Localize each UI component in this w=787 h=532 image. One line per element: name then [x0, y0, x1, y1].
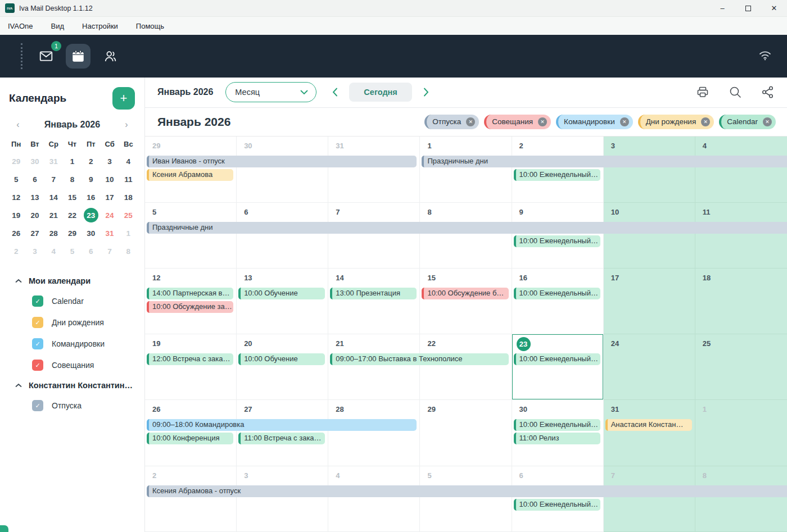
day-cell[interactable]: 6	[237, 203, 328, 269]
mini-day[interactable]: 24	[100, 206, 119, 224]
mini-day[interactable]: 4	[44, 242, 63, 260]
mini-day[interactable]: 12	[7, 188, 25, 206]
search-button[interactable]	[729, 85, 742, 99]
mini-day[interactable]: 21	[44, 206, 63, 224]
event-chip[interactable]: 12:00 Встреча с зака…	[147, 353, 233, 365]
mini-day[interactable]: 28	[44, 224, 63, 242]
mini-day[interactable]: 22	[63, 206, 82, 224]
close-button[interactable]: ✕	[761, 0, 787, 16]
calendar-checkbox[interactable]: ✓	[32, 360, 43, 371]
mini-day[interactable]: 17	[100, 188, 119, 206]
event-chip[interactable]: 10:00 Конференция	[147, 433, 233, 444]
chip-close-icon[interactable]: ✕	[620, 117, 629, 126]
day-cell[interactable]: 29	[420, 400, 512, 466]
mini-day[interactable]: 2	[82, 152, 100, 170]
mini-day[interactable]: 10	[100, 170, 119, 188]
day-cell[interactable]: 21	[328, 334, 420, 400]
menu-help[interactable]: Помощь	[136, 19, 173, 34]
day-cell[interactable]: 23	[512, 334, 604, 400]
mini-day[interactable]: 3	[100, 152, 119, 170]
event-chip[interactable]: 09:00–18:00 Командировка	[147, 419, 417, 431]
mini-day[interactable]: 27	[25, 224, 44, 242]
day-cell[interactable]: 4	[695, 137, 787, 202]
calendar-checkbox[interactable]: ✓	[32, 295, 43, 307]
mini-day[interactable]: 31	[100, 224, 119, 242]
day-cell[interactable]: 16	[512, 269, 604, 334]
chip-close-icon[interactable]: ✕	[763, 117, 772, 126]
event-chip[interactable]: 11:00 Релиз	[514, 433, 600, 444]
day-cell[interactable]: 10	[604, 203, 695, 269]
event-chip[interactable]: 11:00 Встреча с зака…	[238, 433, 325, 444]
mini-day[interactable]: 5	[7, 170, 25, 188]
mini-day[interactable]: 5	[63, 242, 82, 260]
mini-day[interactable]: 13	[25, 188, 44, 206]
mini-day[interactable]: 29	[63, 224, 82, 242]
calendar-checkbox[interactable]: ✓	[32, 400, 43, 411]
mini-day[interactable]: 1	[63, 152, 82, 170]
day-cell[interactable]: 20	[237, 334, 328, 400]
event-chip[interactable]: 10:00 Еженедельный…	[514, 419, 600, 431]
mini-day[interactable]: 11	[119, 170, 138, 188]
contacts-module-button[interactable]	[98, 44, 123, 69]
day-cell[interactable]: 31	[328, 137, 420, 202]
today-button[interactable]: Сегодня	[349, 83, 411, 102]
maximize-button[interactable]	[735, 0, 761, 16]
calendar-item[interactable]: ✓Calendar	[0, 290, 144, 312]
mini-day[interactable]: 6	[25, 170, 44, 188]
day-cell[interactable]: 3	[237, 466, 328, 532]
calendar-section-header[interactable]: Мои календари	[0, 271, 144, 290]
mini-day[interactable]: 14	[44, 188, 63, 206]
mini-day[interactable]: 8	[63, 170, 82, 188]
filter-chip[interactable]: Отпуска✕	[424, 115, 479, 129]
day-cell[interactable]: 8	[420, 203, 512, 269]
minimize-button[interactable]: –	[709, 0, 735, 16]
mini-day[interactable]: 8	[119, 242, 138, 260]
day-cell[interactable]: 19	[145, 334, 237, 400]
day-cell[interactable]: 5	[420, 466, 512, 532]
filter-chip[interactable]: Calendar✕	[719, 115, 776, 129]
event-chip[interactable]: 10:00 Еженедельный…	[514, 288, 600, 299]
filter-chip[interactable]: Совещания✕	[484, 115, 551, 129]
event-chip[interactable]: 13:00 Презентация	[330, 288, 417, 299]
event-chip[interactable]: 10:00 Еженедельный…	[514, 499, 600, 511]
event-chip[interactable]: 10:00 Обсуждение б…	[422, 288, 508, 299]
add-event-button[interactable]: +	[112, 87, 135, 110]
mini-day[interactable]: 6	[82, 242, 100, 260]
calendar-item[interactable]: ✓Дни рождения	[0, 312, 144, 333]
mini-day[interactable]: 30	[82, 224, 100, 242]
event-chip[interactable]: 09:00–17:00 Выставка в Технополисе	[330, 353, 508, 365]
mini-day[interactable]: 23	[82, 206, 100, 224]
event-chip[interactable]: 10:00 Еженедельный…	[514, 235, 600, 247]
chip-close-icon[interactable]: ✕	[538, 117, 547, 126]
mini-day[interactable]: 2	[7, 242, 25, 260]
day-cell[interactable]: 28	[328, 400, 420, 466]
mini-day[interactable]: 25	[119, 206, 138, 224]
view-select[interactable]: Месяц	[225, 82, 316, 102]
event-chip[interactable]: 14:00 Партнерская в…	[147, 288, 233, 299]
day-cell[interactable]: 5	[145, 203, 237, 269]
mini-day[interactable]: 18	[119, 188, 138, 206]
event-chip[interactable]: 10:00 Обучение	[238, 288, 325, 299]
event-chip[interactable]: 10:00 Обсуждение за…	[147, 301, 233, 313]
mini-day[interactable]: 1	[119, 224, 138, 242]
mini-day[interactable]: 4	[119, 152, 138, 170]
calendar-section-header[interactable]: Константин Константин…	[0, 376, 144, 395]
day-cell[interactable]: 18	[695, 269, 787, 334]
calendar-checkbox[interactable]: ✓	[32, 338, 43, 349]
print-button[interactable]	[696, 85, 709, 99]
day-cell[interactable]: 17	[604, 269, 695, 334]
day-cell[interactable]: 13	[237, 269, 328, 334]
day-cell[interactable]: 11	[695, 203, 787, 269]
event-chip[interactable]: 10:00 Обучение	[238, 353, 325, 365]
day-cell[interactable]: 1	[420, 137, 512, 202]
mini-day[interactable]: 29	[7, 152, 25, 170]
event-chip[interactable]: Праздничные дни	[422, 156, 787, 167]
calendar-module-button[interactable]	[66, 44, 91, 69]
calendar-checkbox[interactable]: ✓	[32, 317, 43, 328]
day-cell[interactable]: 3	[604, 137, 695, 202]
mail-module-button[interactable]: 1	[34, 44, 58, 69]
day-cell[interactable]: 14	[328, 269, 420, 334]
mini-day[interactable]: 7	[100, 242, 119, 260]
day-cell[interactable]: 22	[420, 334, 512, 400]
mini-day[interactable]: 3	[25, 242, 44, 260]
